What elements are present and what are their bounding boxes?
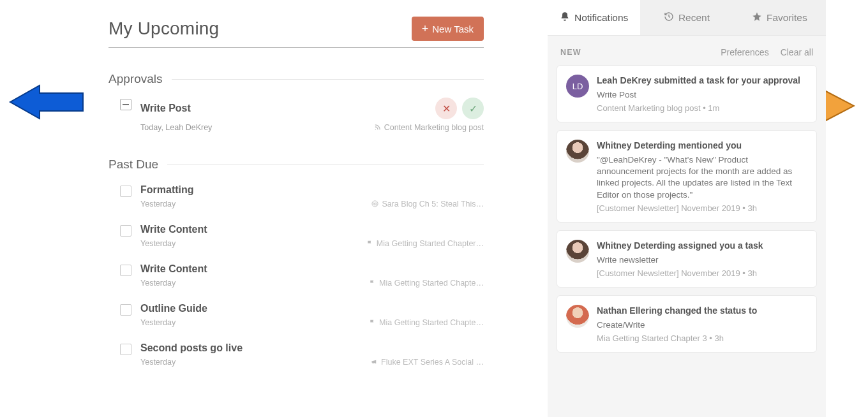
tab-notifications[interactable]: Notifications: [548, 0, 640, 35]
task-reference: Sara Blog Ch 5: Steal This…: [382, 200, 484, 208]
tab-label: Favorites: [767, 12, 807, 24]
task-meta: Today, Leah DeKrey: [140, 123, 212, 132]
task-reference: Content Marketing blog post: [384, 123, 484, 132]
svg-point-0: [375, 129, 375, 129]
notification-subtext: Write newsletter: [597, 254, 807, 266]
task-reference: Mia Getting Started Chapter…: [377, 239, 484, 248]
task-title: Write Content: [140, 263, 484, 275]
notification-subtext: "@LeahDeKrey - "What's New" Product anno…: [597, 154, 807, 201]
new-task-button[interactable]: + New Task: [412, 17, 484, 41]
flag-icon: [369, 319, 376, 327]
clear-all-link[interactable]: Clear all: [781, 47, 813, 57]
rss-icon: [374, 124, 381, 132]
side-panel: Notifications Recent Favorites NEW Prefe…: [548, 0, 826, 417]
tab-label: Notifications: [574, 12, 628, 24]
tab-label: Recent: [678, 12, 710, 24]
tab-favorites[interactable]: Favorites: [733, 0, 826, 35]
history-icon: [664, 11, 674, 24]
task-item[interactable]: Formatting Yesterday Sara Blog Ch 5: Ste…: [108, 180, 484, 216]
avatar: LD: [566, 75, 589, 98]
task-checkbox[interactable]: [120, 304, 131, 316]
task-meta: Yesterday: [140, 279, 176, 288]
task-meta: Yesterday: [140, 200, 176, 208]
notification-reference: Mia Getting Started Chapter 3 • 3h: [597, 333, 807, 343]
task-reference: Mia Getting Started Chapte…: [379, 279, 484, 288]
avatar: [566, 240, 589, 263]
notification-card[interactable]: Whitney Deterding assigned you a task Wr…: [557, 230, 817, 288]
task-meta: Yesterday: [140, 358, 176, 367]
notification-subtext: Create/Write: [597, 319, 807, 331]
megaphone-icon: [371, 358, 378, 367]
notification-reference: [Customer Newsletter] November 2019 • 3h: [597, 268, 807, 278]
star-icon: [752, 11, 762, 24]
task-reference: Mia Getting Started Chapte…: [379, 318, 484, 327]
check-icon: ✓: [469, 103, 477, 115]
preferences-link[interactable]: Preferences: [721, 47, 768, 57]
task-title: Outline Guide: [140, 303, 484, 314]
flag-icon: [369, 279, 376, 288]
section-title-approvals: Approvals: [108, 72, 172, 86]
avatar: [566, 305, 589, 328]
approve-button[interactable]: ✓: [462, 98, 484, 119]
new-task-label: New Task: [432, 24, 474, 34]
task-reference: Fluke EXT Series A Social …: [381, 358, 484, 367]
task-meta: Yesterday: [140, 318, 176, 327]
approval-item[interactable]: Write Post ✕ ✓ Today, Leah DeKrey Con: [108, 95, 484, 140]
task-item[interactable]: Outline Guide Yesterday Mia Getting Star…: [108, 299, 484, 335]
task-item[interactable]: Write Content Yesterday Mia Getting Star…: [108, 260, 484, 295]
plus-icon: +: [422, 23, 429, 34]
avatar: [566, 140, 589, 163]
task-title: Formatting: [140, 184, 484, 196]
x-icon: ✕: [442, 103, 451, 115]
task-item[interactable]: Write Content Yesterday Mia Getting Star…: [108, 220, 484, 256]
notification-card[interactable]: Whitney Deterding mentioned you "@LeahDe…: [557, 130, 817, 223]
notification-reference: [Customer Newsletter] November 2019 • 3h: [597, 203, 807, 213]
notification-card[interactable]: LD Leah DeKrey submitted a task for your…: [557, 65, 817, 122]
flag-icon: [366, 240, 373, 248]
wordpress-icon: [371, 200, 378, 208]
bell-icon: [560, 11, 570, 24]
divider: [172, 79, 484, 80]
task-item[interactable]: Second posts go live Yesterday Fluke EXT…: [108, 339, 484, 374]
notification-card[interactable]: Nathan Ellering changed the status to Cr…: [557, 295, 817, 353]
section-title-past-due: Past Due: [108, 157, 167, 172]
task-checkbox[interactable]: [120, 344, 131, 355]
task-meta: Yesterday: [140, 239, 176, 248]
notification-title: Whitney Deterding assigned you a task: [597, 240, 807, 252]
task-title: Write Post: [140, 103, 191, 114]
notification-title: Leah DeKrey submitted a task for your ap…: [597, 75, 807, 87]
task-checkbox[interactable]: [120, 225, 131, 237]
notification-title: Nathan Ellering changed the status to: [597, 305, 807, 317]
tab-recent[interactable]: Recent: [640, 0, 733, 35]
page-title: My Upcoming: [108, 18, 219, 39]
new-label: NEW: [560, 48, 581, 57]
task-title: Second posts go live: [140, 342, 484, 354]
notification-subtext: Write Post: [597, 89, 807, 101]
task-checkbox[interactable]: [120, 186, 131, 197]
task-title: Write Content: [140, 224, 484, 235]
notification-title: Whitney Deterding mentioned you: [597, 140, 807, 152]
annotation-arrow-left: [8, 84, 84, 120]
divider: [167, 165, 484, 165]
notification-reference: Content Marketing blog post • 1m: [597, 103, 807, 113]
reject-button[interactable]: ✕: [435, 98, 457, 119]
task-checkbox[interactable]: [120, 265, 131, 276]
collapse-icon[interactable]: [120, 99, 131, 110]
